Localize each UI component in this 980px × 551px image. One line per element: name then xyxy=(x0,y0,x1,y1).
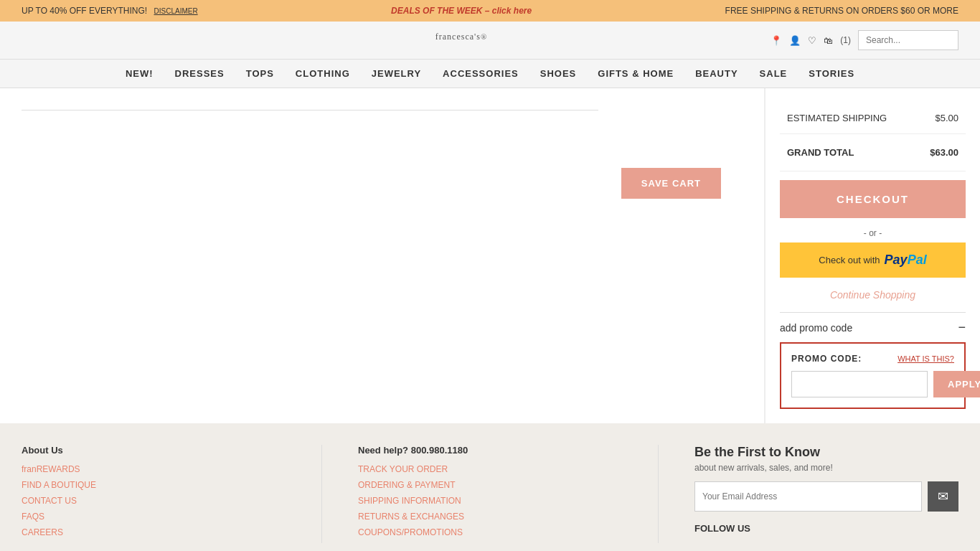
nav-jewelry[interactable]: JEWELRY xyxy=(372,68,421,79)
nav-tops[interactable]: TOPS xyxy=(246,68,274,79)
nav-shoes[interactable]: SHOES xyxy=(540,68,577,79)
nav-stories[interactable]: STORIES xyxy=(809,68,854,79)
order-summary: ESTIMATED SHIPPING $5.00 GRAND TOTAL $63… xyxy=(765,88,980,423)
footer-about-title: About Us xyxy=(22,445,286,456)
save-cart-button[interactable]: SAVE CART xyxy=(621,168,721,199)
footer-link-returns[interactable]: RETURNS & EXCHANGES xyxy=(358,512,622,522)
grand-total-value: $63.00 xyxy=(930,147,958,158)
paypal-button[interactable]: Check out with PayPal xyxy=(780,242,966,278)
grand-total-row: GRAND TOTAL $63.00 xyxy=(780,134,966,171)
follow-us-label: FOLLOW US xyxy=(694,523,958,534)
banner-right: FREE SHIPPING & RETURNS ON ORDERS $60 OR… xyxy=(725,6,958,16)
promo-input-row: APPLY xyxy=(791,371,954,397)
nav-dresses[interactable]: DRESSES xyxy=(175,68,225,79)
email-signup-row: ✉ xyxy=(694,481,958,512)
location-icon[interactable]: 📍 xyxy=(771,35,782,46)
cart-divider xyxy=(22,110,598,110)
footer-help: Need help? 800.980.1180 TRACK YOUR ORDER… xyxy=(358,445,622,543)
banner-left: UP TO 40% OFF EVERYTHING! DISCLAIMER xyxy=(22,6,198,16)
footer: About Us franREWARDS FIND A BOUTIQUE CON… xyxy=(0,423,980,551)
footer-divider-1 xyxy=(321,445,322,543)
email-submit-button[interactable]: ✉ xyxy=(928,481,958,512)
nav-new[interactable]: NEW! xyxy=(126,68,154,79)
shipping-row: ESTIMATED SHIPPING $5.00 xyxy=(780,103,966,134)
grand-total-label: GRAND TOTAL xyxy=(787,147,854,158)
paypal-prefix-text: Check out with xyxy=(819,255,880,265)
account-icon[interactable]: 👤 xyxy=(789,35,801,46)
header-icons: 📍 👤 ♡ 🛍 (1) xyxy=(758,30,958,50)
promo-label-row: PROMO CODE: WHAT IS THIS? xyxy=(791,354,954,364)
top-banner: UP TO 40% OFF EVERYTHING! DISCLAIMER DEA… xyxy=(0,0,980,22)
apply-promo-button[interactable]: APPLY xyxy=(933,371,980,397)
header: francesca's® 📍 👤 ♡ 🛍 (1) xyxy=(0,22,980,59)
nav-beauty[interactable]: BEAUTY xyxy=(695,68,738,79)
email-signup-input[interactable] xyxy=(694,481,922,512)
main-nav: NEW! DRESSES TOPS CLOTHING JEWELRY ACCES… xyxy=(0,59,980,88)
promo-code-label: PROMO CODE: xyxy=(791,354,862,364)
promo-section: add promo code − PROMO CODE: WHAT IS THI… xyxy=(780,312,966,409)
banner-center: DEALS OF THE WEEK – click here xyxy=(391,6,532,16)
footer-help-title: Need help? 800.980.1180 xyxy=(358,445,622,456)
footer-link-find-boutique[interactable]: FIND A BOUTIQUE xyxy=(22,480,286,490)
footer-link-contact-us[interactable]: CONTACT US xyxy=(22,496,286,506)
paypal-logo: PayPal xyxy=(885,253,927,268)
search-input[interactable] xyxy=(858,30,958,50)
nav-sale[interactable]: SALE xyxy=(760,68,788,79)
shipping-label: ESTIMATED SHIPPING xyxy=(787,113,887,123)
main-content: SAVE CART ESTIMATED SHIPPING $5.00 GRAND… xyxy=(0,88,980,423)
cart-icon[interactable]: 🛍 xyxy=(824,35,833,46)
footer-about: About Us franREWARDS FIND A BOUTIQUE CON… xyxy=(22,445,286,543)
newsletter-title: Be the First to Know xyxy=(694,445,958,460)
footer-link-careers[interactable]: CAREERS xyxy=(22,527,286,537)
or-divider: - or - xyxy=(780,228,966,238)
newsletter-subtitle: about new arrivals, sales, and more! xyxy=(694,463,958,473)
footer-link-franrewards[interactable]: franREWARDS xyxy=(22,464,286,474)
logo[interactable]: francesca's® xyxy=(165,29,758,52)
shipping-value: $5.00 xyxy=(935,113,958,123)
cart-count: (1) xyxy=(840,35,851,45)
promo-header-label: add promo code xyxy=(780,322,852,334)
footer-link-track-order[interactable]: TRACK YOUR ORDER xyxy=(358,464,622,474)
continue-shopping-link[interactable]: Continue Shopping xyxy=(780,289,966,301)
nav-gifts-home[interactable]: GIFTS & HOME xyxy=(598,68,674,79)
what-is-this-link[interactable]: WHAT IS THIS? xyxy=(897,354,954,363)
footer-link-faqs[interactable]: FAQS xyxy=(22,512,286,522)
footer-link-ordering-payment[interactable]: ORDERING & PAYMENT xyxy=(358,480,622,490)
footer-link-coupons[interactable]: COUPONS/PROMOTIONS xyxy=(358,527,622,537)
checkout-button[interactable]: CHECKOUT xyxy=(780,180,966,218)
footer-newsletter: Be the First to Know about new arrivals,… xyxy=(694,445,958,543)
cart-area: SAVE CART xyxy=(0,88,765,423)
footer-link-shipping[interactable]: SHIPPING INFORMATION xyxy=(358,496,622,506)
nav-accessories[interactable]: ACCESSORIES xyxy=(443,68,519,79)
promo-code-box: PROMO CODE: WHAT IS THIS? APPLY xyxy=(780,342,966,409)
promo-code-input[interactable] xyxy=(791,371,928,397)
nav-clothing[interactable]: CLOTHING xyxy=(296,68,350,79)
wishlist-icon[interactable]: ♡ xyxy=(808,35,816,46)
footer-divider-2 xyxy=(658,445,659,543)
promo-header: add promo code − xyxy=(780,320,966,335)
promo-collapse-button[interactable]: − xyxy=(958,320,966,335)
